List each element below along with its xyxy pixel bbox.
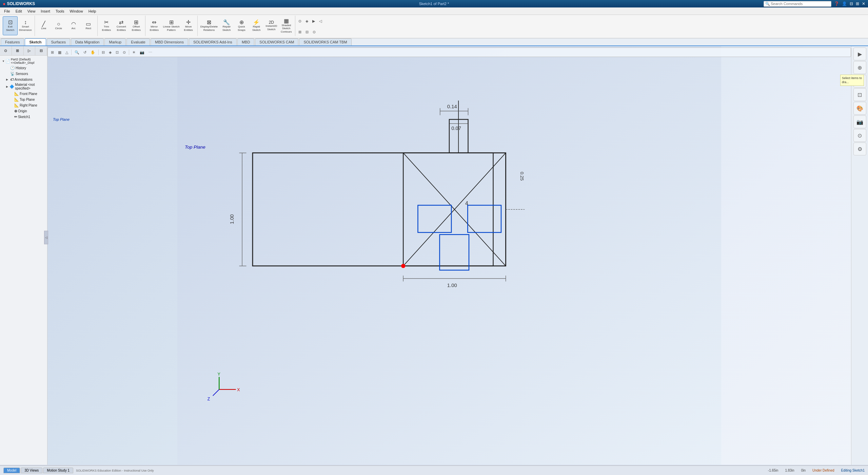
rapid-icon: ⚡	[253, 20, 260, 25]
panel-collapse-button[interactable]: ◁	[44, 231, 48, 244]
tab-surfaces[interactable]: Surfaces	[47, 38, 70, 45]
display-delete-relations-button[interactable]: ⊠ Display/Delete Relations	[199, 16, 219, 35]
tab-mbd[interactable]: MBD	[237, 38, 254, 45]
tree-item-annotations[interactable]: ▶ 🏷 Annotations	[5, 77, 46, 82]
view-btn-pan[interactable]: ✋	[89, 50, 97, 55]
tab-sw-cam[interactable]: SOLIDWORKS CAM	[255, 38, 298, 45]
right-btn-7[interactable]: ⊙	[853, 129, 866, 142]
dim-4-label: 4	[465, 200, 468, 206]
right-btn-2[interactable]: ⊕	[853, 61, 866, 74]
view-btn-shaded[interactable]: ▦	[56, 50, 63, 55]
panel-icon-2[interactable]: ⊞	[12, 46, 24, 55]
tree-item-history[interactable]: 🕐 History	[5, 65, 46, 71]
linear-sketch-pattern-button[interactable]: ⊞ Linear Sketch Pattern	[162, 16, 181, 35]
quick-snaps-button[interactable]: ⊕ Quick Snaps	[234, 16, 249, 35]
search-bar[interactable]: 🔍	[764, 1, 831, 7]
mirror-entities-button[interactable]: ⇔ Mirror Entities	[147, 16, 162, 35]
panel-tabs: ⊙ ⊞ ▷ ⊟	[0, 46, 47, 56]
view-btn-rotate[interactable]: ↺	[82, 50, 88, 55]
tree-item-part2[interactable]: ▼ 📄 Part2 (Default) <<Default>_Displ	[1, 57, 46, 65]
menu-tools[interactable]: Tools	[53, 8, 67, 14]
rectangle-button[interactable]: ▭ Rect	[81, 16, 96, 35]
toolbar-icon-3[interactable]: ▶	[311, 18, 317, 24]
right-btn-1[interactable]: ▶	[853, 48, 866, 60]
view-btn-perspective[interactable]: ⊞	[49, 50, 56, 55]
panel-icon-1[interactable]: ⊙	[0, 46, 12, 55]
tree-item-right-plane[interactable]: 📐 Right Plane	[9, 102, 46, 108]
tree-item-origin[interactable]: ⊕ Origin	[9, 108, 46, 114]
statusbar-tab-3dviews[interactable]: 3D Views	[21, 468, 42, 473]
shaded-sketch-button[interactable]: ▦ Shaded Sketch Contours	[279, 16, 294, 35]
tree-planes: 📐 Front Plane 📐 Top Plane 📐 Right Plane …	[5, 91, 46, 120]
rapid-sketch-button[interactable]: ⚡ Rapid Sketch	[249, 16, 264, 35]
tab-mbd-dimensions[interactable]: MBD Dimensions	[151, 38, 188, 45]
instant2d-button[interactable]: 2D Instant2D Sketch	[264, 16, 279, 35]
menu-insert[interactable]: Insert	[38, 8, 53, 14]
view-btn-section[interactable]: ⊟	[100, 50, 106, 55]
search-input[interactable]	[771, 2, 825, 6]
tree-item-top-plane[interactable]: 📐 Top Plane	[9, 97, 46, 102]
menu-help[interactable]: Help	[86, 8, 99, 14]
tree-item-sensors[interactable]: 📡 Sensors	[5, 71, 46, 77]
exit-sketch-button[interactable]: ⊡ Exit Sketch	[3, 16, 18, 35]
right-btn-6[interactable]: 📷	[853, 115, 866, 128]
menu-file[interactable]: File	[1, 8, 13, 14]
minimize-button[interactable]: ❓	[834, 1, 839, 6]
tab-sw-addins[interactable]: SOLIDWORKS Add-Ins	[189, 38, 237, 45]
view-btn-zoom[interactable]: 🔍	[73, 50, 81, 55]
tab-data-migration[interactable]: Data Migration	[71, 38, 104, 45]
tab-features[interactable]: Features	[1, 38, 24, 45]
panel-icon-4[interactable]: ⊟	[35, 46, 47, 55]
statusbar-tab-model[interactable]: Model	[3, 468, 20, 473]
view-btn-display[interactable]: ⊙	[121, 50, 127, 55]
tree-item-sketch1[interactable]: ✏ Sketch1	[9, 114, 46, 120]
view-btn-camera[interactable]: 📷	[138, 50, 146, 55]
menu-edit[interactable]: Edit	[13, 8, 25, 14]
tab-sw-cam-tbm[interactable]: SOLIDWORKS CAM TBM	[299, 38, 351, 45]
restore-button[interactable]: 👤	[842, 1, 847, 6]
toolbar-icon-4[interactable]: ◁	[317, 18, 323, 24]
tree-item-front-plane[interactable]: 📐 Front Plane	[9, 91, 46, 97]
right-btn-4[interactable]: ⊡	[853, 88, 866, 101]
view-btn-more[interactable]: ⋯	[147, 50, 154, 55]
right-btn-8[interactable]: ⚙	[853, 142, 866, 155]
menubar: File Edit View Insert Tools Window Help	[0, 7, 868, 15]
repair-sketch-button[interactable]: 🔧 Repair Sketch	[219, 16, 234, 35]
toolbar-icon-6[interactable]: ⊟	[304, 29, 310, 35]
view-btn-light[interactable]: ☀	[131, 50, 137, 55]
tab-markup[interactable]: Markup	[104, 38, 126, 45]
convert-entities-button[interactable]: ⇄ Convert Entities	[114, 16, 129, 35]
dim-014-label: 0.14	[447, 104, 457, 109]
smart-dimension-icon: ↕	[24, 20, 27, 25]
tab-evaluate[interactable]: Evaluate	[126, 38, 150, 45]
toolbar-group-modify: ✂ Trim Entities ⇄ Convert Entities ⊞ Off…	[98, 16, 145, 36]
move-entities-button[interactable]: ✛ Move Entities	[181, 16, 196, 35]
shaded-icon: ▦	[284, 18, 289, 24]
view-btn-appearance[interactable]: ◈	[107, 50, 113, 55]
tree-item-material[interactable]: ▶ 🔷 Material <not specified>	[5, 82, 46, 91]
line-button[interactable]: ╱ Line	[36, 16, 51, 35]
view-btn-wireframe[interactable]: △	[64, 50, 70, 55]
sketch-canvas[interactable]: Top Plane 0.14 0.07	[47, 46, 851, 465]
toolbar-icon-7[interactable]: ⊙	[311, 29, 317, 35]
maximize-button[interactable]: ⊞	[856, 1, 859, 6]
dim-025-label: 0.25	[519, 172, 525, 180]
close-app-button[interactable]: ✕	[862, 1, 865, 6]
right-btn-5[interactable]: 🎨	[853, 102, 866, 115]
statusbar-tab-motion[interactable]: Motion Study 1	[43, 468, 73, 473]
close-button[interactable]: ⊟	[850, 1, 853, 6]
tree-children-part2: 🕐 History 📡 Sensors ▶ 🏷 Annotations ▶ 🔷 …	[1, 65, 46, 120]
menu-view[interactable]: View	[25, 8, 38, 14]
toolbar-icon-1[interactable]: ⊙	[297, 18, 303, 24]
circle-button[interactable]: ○ Circle	[51, 16, 66, 35]
view-btn-hide-show[interactable]: ⊡	[114, 50, 120, 55]
toolbar-icon-5[interactable]: ⊞	[297, 29, 303, 35]
trim-entities-button[interactable]: ✂ Trim Entities	[99, 16, 114, 35]
tab-sketch[interactable]: Sketch	[25, 38, 46, 45]
panel-icon-3[interactable]: ▷	[24, 46, 36, 55]
toolbar-icon-2[interactable]: ◈	[304, 18, 310, 24]
smart-dimension-button[interactable]: ↕ Smart Dimension	[18, 16, 33, 35]
arc-button[interactable]: ◠ Arc	[66, 16, 81, 35]
menu-window[interactable]: Window	[67, 8, 86, 14]
offset-entities-button[interactable]: ⊞ Offset Entities	[129, 16, 144, 35]
